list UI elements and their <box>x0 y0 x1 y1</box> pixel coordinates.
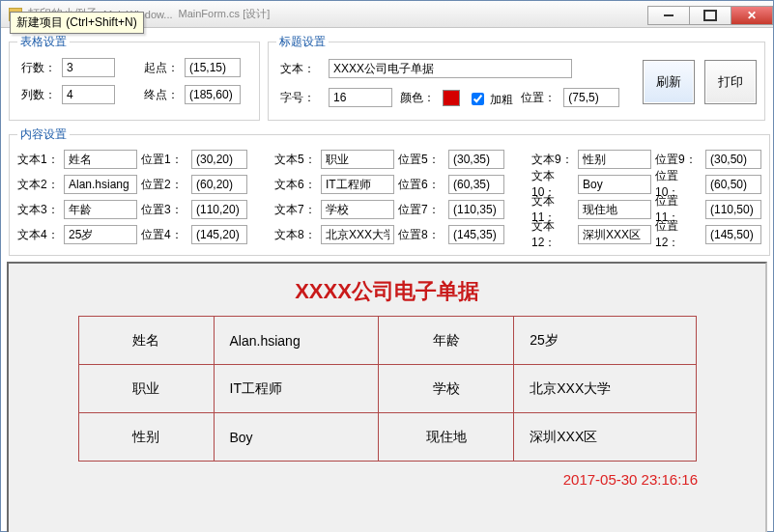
table-cell: 学校 <box>379 365 514 413</box>
text-input[interactable] <box>578 175 651 194</box>
start-label: 起点： <box>140 60 179 76</box>
pos-label: 位置4： <box>141 227 187 243</box>
end-label: 终点： <box>140 87 179 103</box>
end-input[interactable] <box>185 85 241 104</box>
pos-label: 位置8： <box>398 227 444 243</box>
text-label: 文本5： <box>274 152 317 168</box>
pos-label: 位置7： <box>398 202 444 218</box>
table-cell: Boy <box>214 413 379 462</box>
text-label: 文本12： <box>531 218 574 251</box>
text-input[interactable] <box>64 200 137 219</box>
pos-input[interactable] <box>705 225 761 244</box>
pos-input[interactable] <box>191 225 247 244</box>
bold-label: 加粗 <box>490 93 513 106</box>
preview-timestamp: 2017-05-30 23:16:16 <box>563 471 698 488</box>
pos-input[interactable] <box>448 175 504 194</box>
bold-checkbox[interactable] <box>472 93 484 105</box>
title-text-label: 文本： <box>276 61 315 77</box>
title-text-input[interactable] <box>329 59 572 78</box>
pos-input[interactable] <box>705 200 761 219</box>
print-preview-pane: XXXX公司电子单据 姓名Alan.hsiang年龄25岁职业IT工程师学校北京… <box>7 262 767 532</box>
pos-input[interactable] <box>448 150 504 169</box>
table-row: 性别Boy现住地深圳XXX区 <box>78 413 696 462</box>
pos-input[interactable] <box>705 150 761 169</box>
color-swatch[interactable] <box>443 90 460 106</box>
text-input[interactable] <box>321 175 394 194</box>
text-input[interactable] <box>321 150 394 169</box>
text-input[interactable] <box>578 200 651 219</box>
fontsize-input[interactable] <box>329 88 392 107</box>
print-button[interactable]: 打印 <box>704 60 757 104</box>
text-label: 文本7： <box>274 202 317 218</box>
cols-input[interactable] <box>62 85 115 104</box>
text-input[interactable] <box>578 225 651 244</box>
text-input[interactable] <box>64 175 137 194</box>
legend-content-settings: 内容设置 <box>17 126 70 143</box>
table-cell: 北京XXX大学 <box>514 365 696 413</box>
table-cell: 性别 <box>78 413 214 462</box>
table-cell: 职业 <box>78 365 214 413</box>
rows-input[interactable] <box>62 58 115 77</box>
pos-label: 位置5： <box>398 152 444 168</box>
text-label: 文本9： <box>531 152 574 168</box>
text-label: 文本3： <box>17 202 60 218</box>
bold-checkbox-wrapper[interactable]: 加粗 <box>468 88 513 108</box>
pos-label: 位置3： <box>141 202 187 218</box>
text-label: 文本1： <box>17 152 60 168</box>
pos-input[interactable] <box>191 150 247 169</box>
color-label: 颜色： <box>400 90 435 106</box>
groupbox-content-settings: 内容设置 文本1：位置1：文本2：位置2：文本3：位置3：文本4：位置4：文本5… <box>9 126 770 256</box>
pos-label: 位置9： <box>655 152 702 168</box>
legend-title-settings: 标题设置 <box>276 34 329 50</box>
pos-label: 位置1： <box>141 152 187 168</box>
text-label: 文本4： <box>17 227 60 243</box>
pos-input[interactable] <box>191 200 247 219</box>
title-pos-label: 位置： <box>521 90 556 106</box>
groupbox-title-settings: 标题设置 文本： 字号： 颜色： 加粗 位置： <box>268 34 765 121</box>
refresh-button[interactable]: 刷新 <box>643 60 695 104</box>
preview-table: 姓名Alan.hsiang年龄25岁职业IT工程师学校北京XXX大学性别Boy现… <box>78 316 697 462</box>
table-cell: 25岁 <box>514 317 696 365</box>
groupbox-table-settings: 表格设置 行数： 列数： 起点： <box>9 34 260 121</box>
tooltip-new-project: 新建项目 (Ctrl+Shift+N) <box>10 12 144 34</box>
pos-label: 位置2： <box>141 177 187 193</box>
rows-label: 行数： <box>17 60 56 76</box>
table-cell: Alan.hsiang <box>214 317 379 365</box>
pos-input[interactable] <box>705 175 761 194</box>
table-cell: IT工程师 <box>214 365 379 413</box>
pos-input[interactable] <box>448 225 504 244</box>
text-input[interactable] <box>321 225 394 244</box>
preview-title: XXXX公司电子单据 <box>295 277 479 306</box>
pos-input[interactable] <box>191 175 247 194</box>
text-label: 文本6： <box>274 177 317 193</box>
legend-table-settings: 表格设置 <box>17 34 70 50</box>
fontsize-label: 字号： <box>276 90 315 106</box>
table-cell: 现住地 <box>379 413 514 462</box>
start-input[interactable] <box>185 58 241 77</box>
cols-label: 列数： <box>17 87 56 103</box>
title-pos-input[interactable] <box>563 88 619 107</box>
tab-2: MainForm.cs [设计] <box>179 7 271 21</box>
text-input[interactable] <box>64 150 137 169</box>
text-label: 文本2： <box>17 177 60 193</box>
text-input[interactable] <box>578 150 651 169</box>
pos-label: 位置6： <box>398 177 444 193</box>
table-row: 姓名Alan.hsiang年龄25岁 <box>78 317 696 365</box>
table-row: 职业IT工程师学校北京XXX大学 <box>78 365 696 413</box>
table-cell: 年龄 <box>379 317 514 365</box>
window-minimize-button[interactable] <box>647 6 690 25</box>
text-input[interactable] <box>321 200 394 219</box>
text-label: 文本8： <box>274 227 317 243</box>
pos-input[interactable] <box>448 200 504 219</box>
window-maximize-button[interactable] <box>689 6 731 25</box>
window-frame: 打印的小例子 MainWindow... MainForm.cs [设计] 新建… <box>0 0 774 532</box>
table-cell: 深圳XXX区 <box>514 413 696 462</box>
text-input[interactable] <box>64 225 137 244</box>
table-cell: 姓名 <box>78 317 214 365</box>
window-close-button[interactable] <box>731 6 773 25</box>
pos-label: 位置12： <box>655 218 702 251</box>
